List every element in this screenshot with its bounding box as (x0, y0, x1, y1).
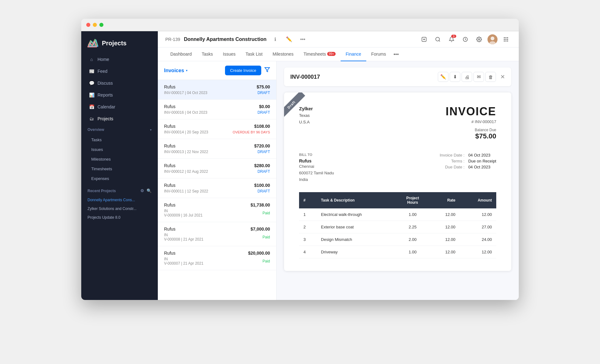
due-date-value: 04 Oct 2023 (468, 165, 490, 169)
invoice-amount: $75.00 (257, 84, 270, 89)
subnav-timesheets[interactable]: Timesheets (85, 164, 154, 174)
subnav-milestones[interactable]: Milestones (85, 154, 154, 164)
invoice-status: DRAFT (258, 169, 270, 174)
project-link-donnelly[interactable]: Donnelly Apartments Cons... (85, 196, 154, 204)
subnav-issues[interactable]: Issues (85, 145, 154, 154)
feed-icon: 📰 (89, 68, 94, 74)
search-button[interactable] (432, 34, 443, 45)
line-item-hours: 1.00 (396, 208, 430, 221)
home-icon: ⌂ (89, 57, 94, 62)
recent-projects-section: Recent Projects ⚙ 🔍 Donnelly Apartments … (81, 183, 158, 224)
project-title-area: PR-139 Donnelly Apartments Construction … (165, 34, 308, 44)
create-invoice-button[interactable]: Create Invoice (225, 66, 261, 75)
sidebar-item-discuss-label: Discuss (98, 81, 113, 86)
sidebar-item-feed[interactable]: 📰 Feed (85, 66, 154, 77)
subnav-expenses[interactable]: Expenses (85, 174, 154, 183)
sidebar-item-home[interactable]: ⌂ Home (85, 54, 154, 65)
invoice-amount: $1,738.00 (251, 202, 270, 207)
tab-milestones[interactable]: Milestones (268, 47, 298, 61)
invoice-client: Rufus (164, 183, 176, 188)
detail-close-button[interactable]: ✕ (500, 73, 505, 80)
grid-menu-button[interactable] (501, 34, 511, 45)
invoice-client: Rufus (164, 202, 176, 207)
invoice-status: Paid (262, 235, 270, 239)
project-link-update[interactable]: Projects Update 8.0 (85, 213, 154, 222)
invoices-label[interactable]: Invoices (164, 68, 184, 73)
bill-to-section: Bill To Rufus Chennai 600072 Tamil Nadu … (299, 153, 334, 183)
project-edit-icon[interactable]: ✏️ (284, 34, 294, 44)
overview-toggle[interactable]: Overview ▾ (81, 124, 158, 135)
discuss-icon: 💬 (89, 80, 94, 86)
project-name: Donnelly Apartments Construction (184, 37, 266, 42)
project-more-icon[interactable]: ••• (298, 34, 308, 44)
invoice-date-label: Invoice Date : (433, 153, 464, 157)
line-item-hours: 2.25 (396, 221, 430, 233)
tab-timesheets[interactable]: Timesheets 99+ (298, 47, 341, 61)
invoice-status: Paid (262, 211, 270, 215)
tab-tasks[interactable]: Tasks (197, 47, 218, 61)
recent-projects-search-icon[interactable]: 🔍 (147, 188, 152, 193)
due-date-row: Due Date : 04 Oct 2023 (433, 165, 496, 169)
subnav-tasks[interactable]: Tasks (85, 135, 154, 145)
invoice-list-item[interactable]: Rufus $7,000.00 INV-000008 | 21 Apr 2021… (158, 222, 276, 246)
sender-name: Zylker (299, 105, 313, 112)
detail-print-button[interactable]: 🖨 (462, 72, 472, 82)
tab-tasklist[interactable]: Task List (241, 47, 268, 61)
col-header-project-hours: ProjectHours (396, 192, 430, 208)
tab-more-icon[interactable]: ••• (391, 52, 401, 57)
svg-rect-10 (504, 37, 505, 38)
invoice-list-item[interactable]: Rufus $720.00 INV-000013 | 22 Nov 2022 D… (158, 139, 276, 159)
detail-email-button[interactable]: ✉ (473, 72, 484, 82)
tab-issues[interactable]: Issues (218, 47, 240, 61)
subnav-timesheets-label: Timesheets (91, 167, 112, 171)
project-code: PR-139 (165, 37, 180, 42)
sidebar-item-calendar[interactable]: 📅 Calendar (85, 101, 154, 112)
line-item-task: Electrical walk-through (317, 208, 396, 221)
detail-actions: ✏️ ⬇ 🖨 ✉ 🗑 (438, 72, 496, 82)
invoice-document: Draft Zylker Texas U.S.A INVOICE (284, 92, 511, 271)
invoice-list-item[interactable]: Rufus $1,738.00 INV-000009 | 16 Jul 2021… (158, 198, 276, 222)
user-avatar[interactable] (488, 34, 498, 44)
project-link-zylker[interactable]: Zylker Solutions and Constr... (85, 204, 154, 213)
detail-delete-button[interactable]: 🗑 (485, 72, 496, 82)
minimize-dot[interactable] (93, 23, 97, 27)
main-content: PR-139 Donnelly Apartments Construction … (158, 31, 519, 300)
terms-value: Due on Receipt (468, 159, 496, 163)
invoice-ref: INV-000011 | 12 Sep 2022 (164, 189, 208, 193)
sidebar-item-discuss[interactable]: 💬 Discuss (85, 77, 154, 89)
sidebar: Projects ⌂ Home 📰 Feed 💬 Discuss 📊 Repo (81, 31, 158, 300)
tab-forums[interactable]: Forums (366, 47, 391, 61)
invoice-list-item[interactable]: Rufus $100.00 INV-000011 | 12 Sep 2022 D… (158, 178, 276, 198)
invoice-ref-area: INV-000017 | 04 Oct 2023 (164, 91, 208, 95)
detail-edit-button[interactable]: ✏️ (438, 72, 448, 82)
invoice-dates: Invoice Date : 04 Oct 2023 Terms : Due o… (433, 153, 496, 183)
invoice-doc-top: Zylker Texas U.S.A INVOICE # INV-000017 … (299, 105, 496, 140)
close-dot[interactable] (86, 23, 90, 27)
invoice-list-item[interactable]: Rufus $280.00 INV-000012 | 02 Aug 2022 D… (158, 159, 276, 178)
sidebar-item-reports[interactable]: 📊 Reports (85, 89, 154, 101)
invoice-list-item[interactable]: Rufus $108.00 INV-000014 | 20 Sep 2023 O… (158, 119, 276, 139)
maximize-dot[interactable] (99, 23, 103, 27)
tab-dashboard[interactable]: Dashboard (165, 47, 197, 61)
invoice-list-item[interactable]: Rufus $0.00 INV-000016 | 04 Oct 2023 DRA… (158, 100, 276, 119)
bill-to-line1: Chennai (299, 163, 334, 170)
settings-button[interactable] (474, 34, 484, 45)
sidebar-item-projects[interactable]: 🗂 Projects (85, 113, 154, 124)
invoice-list-item[interactable]: Rufus $20,000.00 INV-000007 | 21 Apr 202… (158, 246, 276, 270)
recent-projects-settings-icon[interactable]: ⚙ (140, 188, 144, 193)
invoice-list-item[interactable]: Rufus $75.00 INV-000017 | 04 Oct 2023 DR… (158, 80, 276, 100)
filter-icon[interactable] (264, 67, 270, 74)
detail-download-button[interactable]: ⬇ (450, 72, 460, 82)
invoice-ref-area: INV-000007 | 21 Apr 2021 (164, 257, 203, 266)
notifications-button[interactable]: 9 (446, 34, 457, 45)
top-nav: PR-139 Donnelly Apartments Construction … (158, 31, 519, 47)
invoice-ref-area: INV-000016 | 04 Oct 2023 (164, 110, 208, 115)
add-button[interactable] (419, 34, 429, 45)
tab-finance[interactable]: Finance (341, 47, 366, 61)
timer-button[interactable] (460, 34, 471, 45)
invoices-dropdown-icon[interactable]: ▾ (186, 69, 188, 72)
invoice-line-item-row: 4 Driveway 1.00 12.00 12.00 (299, 246, 496, 258)
invoice-status: OVERDUE BY 96 DAYS (233, 130, 270, 134)
notifications-badge: 9 (451, 35, 456, 38)
project-info-icon[interactable]: ℹ (270, 34, 280, 44)
